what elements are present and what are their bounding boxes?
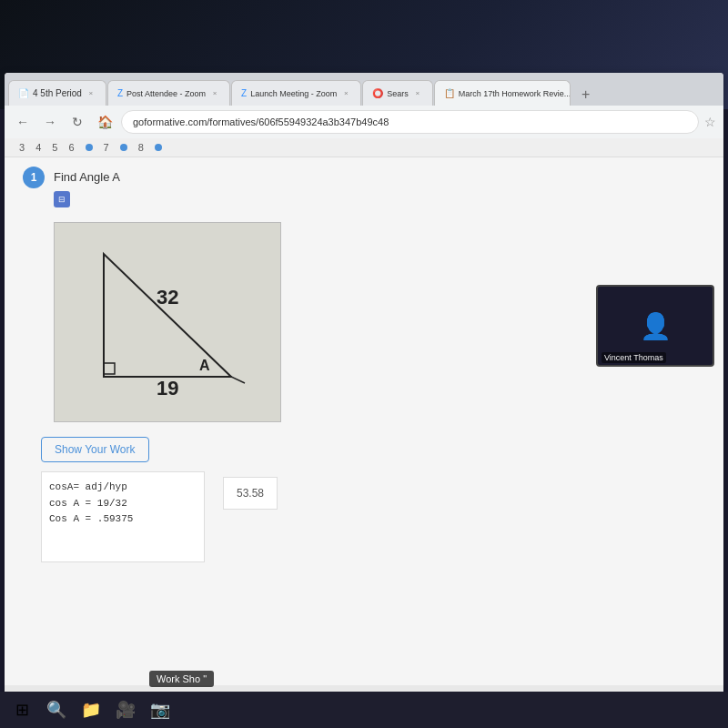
taskbar-video-button[interactable]: 🎥: [111, 695, 140, 724]
refresh-button[interactable]: ↻: [66, 111, 88, 133]
question-text: Find Angle A: [54, 170, 120, 184]
svg-text:A: A: [199, 358, 210, 373]
pager-dot-8: [155, 144, 162, 151]
work-line-3: Cos A = .59375: [49, 511, 197, 528]
svg-line-5: [231, 377, 245, 383]
home-button[interactable]: 🏠: [94, 111, 116, 133]
svg-marker-0: [104, 254, 231, 377]
tab-zoom-post[interactable]: Z Post Attendee - Zoom ×: [107, 80, 230, 106]
question-number-text: 1: [31, 171, 37, 184]
triangle-diagram: 32 A 19: [54, 222, 281, 422]
video-overlay: 👤 Vincent Thomas: [596, 285, 714, 367]
work-sho-label: Work Sho ": [149, 671, 214, 687]
url-bar[interactable]: goformative.com/formatives/606f55949324a…: [121, 110, 699, 134]
svg-text:19: 19: [157, 377, 178, 399]
pager-dot-7: [120, 144, 127, 151]
video-label: Vincent Thomas: [602, 352, 666, 363]
work-section: Show Your Work cosA= adj/hyp cos A = 19/…: [41, 437, 705, 562]
back-button[interactable]: ←: [12, 111, 34, 133]
triangle-svg: 32 A 19: [76, 236, 258, 409]
taskbar-camera-button[interactable]: 📷: [146, 695, 175, 724]
question-row: 1 Find Angle A ⊟: [23, 167, 705, 207]
tab-icon-zoom1: Z: [117, 88, 123, 98]
svg-text:32: 32: [157, 286, 178, 308]
address-bar-row: ← → ↻ 🏠 goformative.com/formatives/606f5…: [5, 106, 723, 138]
pager-active-dot: [86, 144, 93, 151]
question-number-badge: 1: [23, 167, 45, 188]
tab-label-zoom1: Post Attendee - Zoom: [126, 89, 206, 98]
page-num-3: 3: [19, 142, 25, 153]
taskbar-search-button[interactable]: 🔍: [42, 695, 71, 724]
new-tab-button[interactable]: +: [575, 84, 597, 106]
tab-label-sears: Sears: [387, 89, 409, 98]
video-person-icon: 👤: [640, 311, 672, 341]
tab-icon-zoom2: Z: [241, 88, 247, 98]
work-line-1: cosA= adj/hyp: [49, 480, 197, 496]
tab-label-period: 4 5th Period: [33, 88, 82, 98]
tabs-bar: 📄 4 5th Period × Z Post Attendee - Zoom …: [5, 73, 723, 106]
answer-value: 53.58: [237, 487, 264, 500]
page-num-4: 4: [35, 142, 41, 153]
taskbar-start-button[interactable]: ⊞: [7, 695, 36, 724]
tab-close-zoom2[interactable]: ×: [340, 88, 351, 99]
tab-icon-period: 📄: [18, 88, 29, 98]
page-num-6: 6: [68, 142, 74, 153]
answer-box[interactable]: 53.58: [223, 477, 278, 510]
tab-icon-hw: 📋: [444, 88, 455, 98]
show-work-button[interactable]: Show Your Work: [41, 437, 149, 462]
forward-button[interactable]: →: [39, 111, 61, 133]
page-content: 1 Find Angle A ⊟ 32 A 19: [5, 157, 723, 685]
tab-close-zoom1[interactable]: ×: [209, 88, 220, 99]
work-line-2: cos A = 19/32: [49, 496, 197, 512]
tab-label-zoom2: Launch Meeting - Zoom: [250, 89, 337, 98]
page-num-7: 7: [104, 142, 109, 153]
tab-label-hw: March 17th Homework Revie...: [459, 89, 571, 98]
tab-close-sears[interactable]: ×: [412, 88, 423, 99]
tab-homework[interactable]: 📋 March 17th Homework Revie... ×: [434, 80, 571, 106]
tab-close-period[interactable]: ×: [86, 88, 96, 99]
tab-icon-sears: ⭕: [372, 88, 383, 98]
tab-zoom-launch[interactable]: Z Launch Meeting - Zoom ×: [231, 80, 361, 106]
question-sub-badge[interactable]: ⊟: [54, 191, 70, 207]
work-text-area[interactable]: cosA= adj/hyp cos A = 19/32 Cos A = .593…: [41, 471, 205, 562]
taskbar: ⊞ 🔍 📁 🎥 📷 Work Sho ": [0, 692, 728, 728]
browser-window: 📄 4 5th Period × Z Post Attendee - Zoom …: [5, 73, 723, 701]
svg-rect-1: [104, 363, 115, 374]
url-text: goformative.com/formatives/606f55949324a…: [133, 116, 389, 127]
page-num-8: 8: [138, 142, 144, 153]
taskbar-files-button[interactable]: 📁: [76, 695, 106, 724]
page-num-5: 5: [52, 142, 57, 153]
bookmark-button[interactable]: ☆: [704, 115, 716, 129]
tab-sears[interactable]: ⭕ Sears ×: [362, 80, 433, 106]
tab-5th-period[interactable]: 📄 4 5th Period ×: [8, 80, 106, 106]
page-number-strip: 3 4 5 6 7 8: [5, 138, 723, 157]
